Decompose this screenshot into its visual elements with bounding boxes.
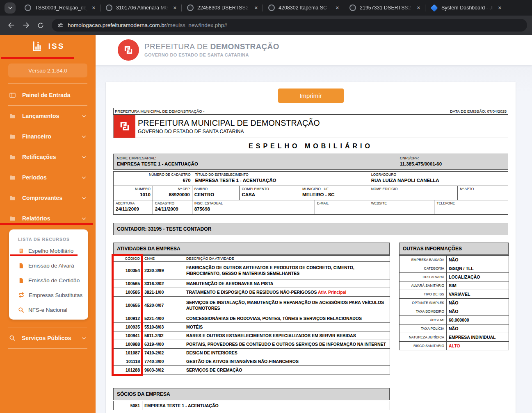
submenu-item-nfse-nacional[interactable]: NFS-e Nacional (18, 302, 88, 317)
chevron-down-icon (81, 216, 87, 221)
app-logo: ISS (0, 35, 96, 58)
prefeitura-logo-square-icon (114, 115, 135, 138)
field-label: WEBSITE (371, 201, 432, 205)
company-name: EMPRESA TESTE 1 - ACENTUAÇÃO (117, 161, 400, 166)
submenu-item-label: Espelho Mobiliário (28, 248, 73, 254)
table-row: TIPO ALVARÁLOCALIZAÇÃO (400, 273, 509, 281)
activity-cnae: 4520-0/07 (142, 297, 184, 314)
activity-cnae: 5510-8/03 (142, 323, 184, 331)
field-label: COMPLEMENTO (242, 187, 298, 191)
table-row: 1011187740-3/00GESTÃO DE ATIVOS INTANGÍV… (114, 357, 390, 366)
chevron-down-icon (81, 113, 87, 119)
sidebar-item-label: Painel de Entrada (22, 92, 87, 98)
activity-code: 101118 (114, 357, 142, 366)
sidebar-item-painel-de-entrada[interactable]: Painel de Entrada (0, 85, 96, 105)
reload-button[interactable] (34, 19, 47, 32)
field-value: 875698 (194, 206, 313, 211)
swap-arrows-icon (18, 292, 25, 298)
activity-code: 100354 (114, 262, 142, 279)
tab-title: 3101706 Almenara MG - T (116, 5, 169, 11)
partners-table: 5081 EMPRESA TESTE 1 - ACENTUAÇÃO (113, 401, 390, 410)
tab-search-button[interactable] (5, 2, 16, 14)
submenu-item-label: NFS-e Nacional (28, 307, 67, 313)
url-host: homologacao.prefeituramoderna.com.br (68, 22, 166, 28)
close-icon[interactable]: ✕ (335, 5, 340, 11)
browser-tab[interactable]: 21957331 DSERTSS2-1674 ✕ (344, 5, 425, 11)
activity-description: FABRICAÇÃO DE OUTROS ARTEFATOS E PRODUTO… (184, 262, 390, 279)
sidebar-item-servicos-publicos[interactable]: Serviços Públicos (0, 328, 96, 348)
prefeitura-logo-icon (118, 39, 139, 61)
back-button[interactable] (5, 19, 17, 32)
info-value: VARIÁVEL (447, 290, 509, 299)
browser-tab[interactable]: TSS0009_Relação_de_Mun ✕ (19, 5, 100, 11)
folder-icon (9, 154, 16, 161)
close-icon[interactable]: ✕ (497, 5, 502, 11)
activity-description: TRATAMENTO E DISPOSIÇÃO DE RESÍDUOS NÃO-… (184, 288, 390, 297)
divider (8, 327, 87, 327)
field-value: 24/11/2009 (116, 206, 151, 211)
info-value: LOCALIZAÇÃO (447, 273, 509, 281)
divider (8, 348, 87, 349)
espelho-document: PREFEITURA MUNICIPAL DE DEMONSTRAÇÃO - D… (113, 108, 508, 410)
submenu-item-empresas-substitutas[interactable]: Empresas Substitutas (18, 288, 88, 302)
field-label: Nº CEP (155, 187, 190, 191)
column-header-codigo: CÓDIGO (114, 256, 142, 262)
document-title: ESPELHO MOBILIÁRIO (113, 143, 508, 150)
other-info-header: OUTRAS INFORMAÇÕES (399, 243, 509, 255)
info-value: NÃO (447, 299, 509, 307)
browser-tab[interactable]: 3101706 Almenara MG - T ✕ (100, 5, 181, 11)
bar-chart-icon (31, 40, 43, 52)
accountant-bar: CONTADOR: 33195 - TESTE CONTADOR (113, 223, 508, 235)
table-row: 1012889603-3/02SERVIÇOS DE CREMAÇÃO (114, 366, 390, 374)
activity-cnae: 3821-1/00 (142, 288, 184, 297)
sidebar-item-lancamentos[interactable]: Lançamentos (0, 106, 96, 126)
close-icon[interactable]: ✕ (253, 5, 259, 11)
submenu-item-emissao-de-certidao[interactable]: Emissão de Certidão (18, 273, 88, 288)
forward-button[interactable] (20, 19, 32, 32)
field-value: CENTRO (194, 192, 237, 197)
activities-header: ATIVIDADES DA EMPRESA (113, 243, 390, 255)
table-row: 1009415611-2/02BARES E OUTROS ESTABELECI… (114, 331, 390, 340)
close-icon[interactable]: ✕ (416, 5, 421, 11)
sidebar-item-label: Financeiro (22, 133, 75, 140)
close-icon[interactable]: ✕ (91, 5, 96, 11)
chevron-down-icon (81, 175, 87, 180)
table-row: 1009355510-8/03MOTÉIS (114, 323, 390, 331)
sidebar-item-periodos[interactable]: Períodos (0, 167, 96, 188)
version-button[interactable]: Versão 2.1.84.0 (8, 64, 87, 77)
dashboard-icon (9, 92, 16, 99)
folder-icon (9, 174, 16, 181)
table-row: TAXA BOMBEIRONÃO (400, 307, 509, 316)
activity-description: BARES E OUTROS ESTABELECIMENTOS ESPECIAL… (184, 331, 390, 340)
submenu-item-label: Emissão de Alvará (28, 263, 74, 269)
address-bar[interactable]: homologacao.prefeituramoderna.com.br/meu… (52, 19, 527, 32)
browser-tab[interactable]: 4208302 Itapema SC - TSS ✕ (263, 5, 344, 11)
sidebar-item-retificacoes[interactable]: Retificações (0, 147, 96, 167)
sidebar-item-financeiro[interactable]: Financeiro (0, 126, 96, 147)
submenu-item-emissao-de-alvara[interactable]: Emissão de Alvará (18, 258, 88, 273)
resources-submenu: LISTA DE RECURSOS Espelho Mobiliário Emi… (9, 229, 88, 320)
field-label: NÚMERO (116, 187, 151, 191)
annotation-underline-iss (1, 57, 74, 59)
browser-tab[interactable]: 22458303 DSERTSS2-1698 ✕ (182, 5, 263, 11)
folder-icon (9, 113, 16, 120)
sidebar-item-relatorios[interactable]: Relatórios (0, 208, 96, 229)
building-icon (18, 248, 24, 254)
close-icon[interactable]: ✕ (172, 5, 178, 11)
table-row: TAXA POLÍCIANÃO (400, 324, 509, 333)
field-label: TÍTULO DO ESTABELECIMENTO (195, 172, 367, 177)
main-content: PREFEITURA DE DEMONSTRAÇÃO GOVERNO DO ES… (96, 35, 532, 413)
other-info-table: EMPRESA BAIXADANÃO CATEGORIAISSQN / TLL … (399, 255, 509, 350)
info-label: ÁREA M² (400, 316, 447, 324)
browser-tab-jira[interactable]: System Dashboard - JIRA ✕ (425, 5, 506, 11)
site-favicon-icon (268, 5, 275, 11)
info-label: TAXA BOMBEIRO (400, 307, 447, 316)
info-label: TAXA POLÍCIA (400, 324, 447, 333)
sidebar-item-comprovantes[interactable]: Comprovantes (0, 188, 96, 208)
print-button[interactable]: Imprimir (278, 88, 344, 103)
info-label: EMPRESA BAIXADA (400, 256, 447, 264)
activity-description: GESTÃO DE ATIVOS INTANGÍVEIS NÃO-FINANCE… (184, 357, 390, 366)
activity-cnae: 5611-2/02 (142, 331, 184, 340)
activity-cnae: 7740-3/00 (142, 357, 184, 366)
activity-cnae: 9603-3/02 (142, 366, 184, 374)
